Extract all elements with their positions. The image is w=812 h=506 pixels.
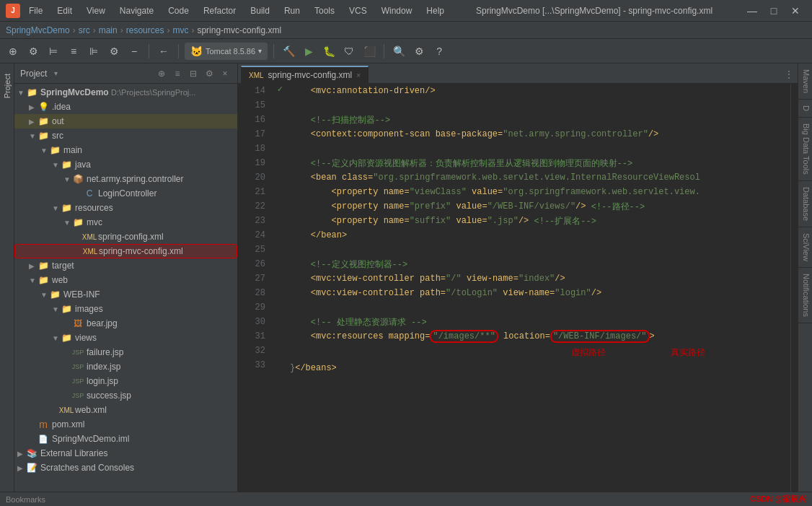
line-num-21: 21 (238, 185, 268, 199)
menu-view[interactable]: View (84, 4, 108, 17)
line-num-24: 24 (238, 228, 268, 243)
toolbar-debug-btn[interactable]: 🐛 (320, 43, 337, 60)
project-collapse-btn[interactable]: ⊟ (187, 67, 200, 80)
menu-vcs[interactable]: VCS (346, 4, 370, 17)
toolbar-stop-btn[interactable]: ⬛ (361, 43, 378, 60)
tree-item-external-libs[interactable]: ▶ 📚 External Libraries (14, 446, 237, 461)
menu-navigate[interactable]: Navigate (117, 4, 156, 17)
code-content[interactable]: <mvc:annotation-driven/> <!--扫描控制器--> <c… (284, 84, 790, 492)
project-layout-btn[interactable]: ≡ (171, 67, 184, 80)
tree-arrow: ▼ (52, 305, 61, 313)
breadcrumb-resources[interactable]: resources (126, 25, 164, 35)
close-button[interactable]: ✕ (785, 0, 806, 22)
tree-item-src[interactable]: ▼ 📁 src (14, 128, 237, 143)
right-tab-bigdata[interactable]: Big Data Tools (798, 118, 812, 181)
tree-item-java[interactable]: ▼ 📁 java (14, 157, 237, 172)
tree-item-logincontroller[interactable]: C LoginController (14, 186, 237, 201)
tree-label: login.jsp (87, 376, 118, 386)
toolbar-back-btn[interactable]: ← (155, 43, 172, 60)
tree-item-idea[interactable]: ▶ 💡 .idea (14, 100, 237, 114)
toolbar-settings2-btn[interactable]: ⚙ (410, 43, 428, 60)
tree-item-failure-jsp[interactable]: JSP failure.jsp (14, 345, 237, 359)
tree-item-iml[interactable]: 📄 SpringMvcDemo.iml (14, 432, 237, 446)
toolbar-search-btn[interactable]: 🔍 (390, 43, 407, 60)
idea-icon: 💡 (37, 101, 49, 113)
tree-item-target[interactable]: ▶ 📁 target (14, 258, 237, 273)
toolbar-config-btn[interactable]: ⚙ (105, 43, 123, 60)
menu-code[interactable]: Code (165, 4, 192, 17)
menu-file[interactable]: File (26, 4, 45, 17)
tree-item-controller-pkg[interactable]: ▼ 📦 net.army.spring.controller (14, 172, 237, 186)
right-tab-sciview[interactable]: SciView (798, 227, 812, 268)
code-editor[interactable]: 14 15 16 17 18 19 20 21 22 23 24 25 26 2… (238, 84, 798, 492)
tree-item-success-jsp[interactable]: JSP success.jsp (14, 388, 237, 403)
line-num-23: 23 (238, 214, 268, 228)
maximize-button[interactable]: □ (763, 0, 785, 22)
menu-run[interactable]: Run (281, 4, 303, 17)
breadcrumb-main[interactable]: main (99, 25, 118, 35)
tree-item-spring-config[interactable]: XML spring-config.xml (14, 230, 237, 244)
toolbar-settings-btn[interactable]: ⚙ (25, 43, 42, 60)
folder-icon: 📁 (37, 274, 49, 286)
line-num-28: 28 (238, 286, 268, 300)
tree-item-pom[interactable]: m pom.xml (14, 417, 237, 432)
tab-close-button[interactable]: × (356, 71, 361, 79)
menu-help[interactable]: Help (423, 4, 447, 17)
tree-item-out[interactable]: ▶ 📁 out (14, 114, 237, 128)
editor-tabs-more[interactable]: ⋮ (780, 66, 798, 83)
tree-item-main[interactable]: ▼ 📁 main (14, 143, 237, 157)
menu-build[interactable]: Build (247, 4, 273, 17)
toolbar-align-left-btn[interactable]: ⊨ (45, 43, 62, 60)
toolbar-align-right-btn[interactable]: ⊫ (85, 43, 102, 60)
menu-window[interactable]: Window (379, 4, 415, 17)
tree-item-webinf[interactable]: ▼ 📁 WEB-INF (14, 287, 237, 302)
tree-item-web[interactable]: ▼ 📁 web (14, 273, 237, 287)
code-line-21: <property name="viewClass" value="org.sp… (290, 185, 785, 199)
menu-refactor[interactable]: Refactor (200, 4, 239, 17)
tree-item-index-jsp[interactable]: JSP index.jsp (14, 359, 237, 374)
editor-tab-spring-mvc-config[interactable]: XML spring-mvc-config.xml × (241, 66, 369, 83)
toolbar-run-with-coverage-btn[interactable]: 🛡 (340, 43, 358, 60)
tree-item-images[interactable]: ▼ 📁 images (14, 302, 237, 316)
tree-item-springmvcdemo[interactable]: ▼ 📁 SpringMvcDemo D:\Projects\SpringProj… (14, 85, 237, 100)
minimize-button[interactable]: — (741, 0, 763, 22)
right-tab-notifications[interactable]: Notifications (798, 268, 812, 323)
breadcrumb-src[interactable]: src (79, 25, 90, 35)
line-num-29: 29 (238, 300, 268, 315)
toolbar-build-btn[interactable]: 🔨 (280, 43, 297, 60)
tree-item-spring-mvc-config[interactable]: XML spring-mvc-config.xml (14, 244, 237, 258)
breadcrumb-mvc[interactable]: mvc (172, 25, 188, 35)
tomcat-config-button[interactable]: 🐱 Tomcat 8.5.86 ▾ (185, 43, 268, 60)
project-close-btn[interactable]: × (219, 67, 231, 80)
code-line-24: </bean> (290, 228, 785, 243)
tree-item-web-xml[interactable]: XML web.xml (14, 403, 237, 417)
menu-tools[interactable]: Tools (312, 4, 337, 17)
right-tab-maven[interactable]: Maven (798, 64, 812, 100)
toolbar-help-btn[interactable]: ? (431, 43, 448, 60)
tree-item-login-jsp[interactable]: JSP login.jsp (14, 374, 237, 388)
breadcrumb-project[interactable]: SpringMvcDemo (6, 25, 70, 35)
code-line-23: <property name="suffix" value=".jsp"/> <… (290, 214, 785, 228)
right-tab-database[interactable]: Database (798, 181, 812, 227)
tree-item-resources[interactable]: ▼ 📁 resources (14, 201, 237, 215)
status-bookmarks[interactable]: Bookmarks (6, 495, 45, 504)
right-tab-d[interactable]: D (798, 100, 812, 118)
sidebar-tab-project[interactable]: Project (1, 69, 13, 102)
tree-item-mvc[interactable]: ▼ 📁 mvc (14, 215, 237, 230)
toolbar-minus-btn[interactable]: − (125, 43, 143, 60)
vertical-scrollbar[interactable] (790, 84, 798, 492)
project-dropdown-arrow[interactable]: ▾ (54, 69, 58, 77)
xml-file-icon: XML (61, 404, 72, 416)
tree-item-scratches[interactable]: ▶ 📝 Scratches and Consoles (14, 461, 237, 475)
toolbar: ⊕ ⚙ ⊨ ≡ ⊫ ⚙ − ← 🐱 Tomcat 8.5.86 ▾ 🔨 ▶ 🐛 … (0, 39, 812, 64)
tree-item-bear[interactable]: 🖼 bear.jpg (14, 316, 237, 331)
line-num-25: 25 (238, 243, 268, 257)
project-settings-btn[interactable]: ⚙ (203, 67, 216, 80)
tree-item-views[interactable]: ▼ 📁 views (14, 331, 237, 345)
menu-edit[interactable]: Edit (54, 4, 75, 17)
toolbar-align-center-btn[interactable]: ≡ (65, 43, 82, 60)
project-add-btn[interactable]: ⊕ (155, 67, 168, 80)
toolbar-add-btn[interactable]: ⊕ (4, 43, 22, 60)
toolbar-run-btn[interactable]: ▶ (300, 43, 317, 60)
toolbar-separator-3 (273, 44, 274, 58)
